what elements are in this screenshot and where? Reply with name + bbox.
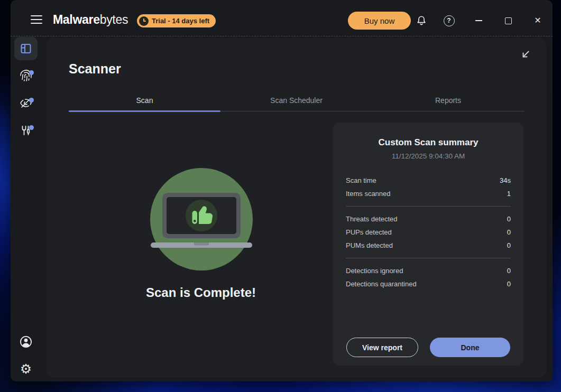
sidebar-item-settings[interactable]: ⚙ [14, 357, 38, 380]
notification-dot [29, 98, 34, 102]
titlebar-divider [11, 36, 553, 36]
tab-scan-scheduler[interactable]: Scan Scheduler [220, 90, 372, 111]
trial-badge-label: Trial - 14 days left [152, 17, 209, 25]
notifications-bell-icon[interactable] [415, 14, 428, 27]
trial-badge[interactable]: Trial - 14 days left [137, 14, 216, 27]
notification-dot [29, 70, 34, 75]
sidebar-item-dashboard[interactable] [14, 37, 38, 60]
summary-row-scan-time: Scan time 34s [346, 174, 511, 187]
summary-row-items-scanned: Items scanned 1 [346, 187, 511, 200]
view-report-button[interactable]: View report [346, 338, 418, 357]
sidebar-item-privacy[interactable] [14, 91, 38, 115]
close-button[interactable]: ✕ [530, 14, 545, 27]
scan-complete-illustration [149, 166, 254, 272]
summary-timestamp: 11/12/2025 9:04:30 AM [346, 152, 511, 160]
summary-row-detections-ignored: Detections ignored 0 [346, 264, 511, 277]
summary-row-pups-detected: PUPs detected 0 [346, 226, 511, 239]
clock-icon [139, 16, 149, 26]
summary-divider [346, 258, 511, 258]
sidebar-item-account[interactable] [14, 330, 38, 353]
tab-reports[interactable]: Reports [372, 90, 524, 111]
logo-bold-text: Malware [53, 13, 100, 26]
malwarebytes-logo: Malwarebytes [53, 13, 128, 27]
tab-bar: Scan Scan Scheduler Reports [69, 90, 524, 111]
summary-row-threats-detected: Threats detected 0 [346, 212, 511, 226]
tab-scan[interactable]: Scan [69, 90, 220, 111]
scan-summary-card: Custom Scan summary 11/12/2025 9:04:30 A… [333, 123, 523, 366]
gear-icon: ⚙ [20, 362, 32, 376]
help-icon[interactable]: ? [442, 14, 456, 27]
menu-icon[interactable] [31, 15, 42, 24]
scan-complete-message: Scan is Complete! [69, 285, 333, 300]
account-icon [19, 335, 33, 349]
collapse-arrow-icon[interactable] [519, 48, 532, 61]
summary-title: Custom Scan summary [346, 137, 511, 148]
dashboard-layout-icon [20, 42, 32, 55]
summary-rows: Scan time 34s Items scanned 1 Threats de… [346, 174, 511, 291]
maximize-button[interactable] [501, 14, 516, 27]
main-panel: Scanner Scan Scan Scheduler Reports Scan… [47, 38, 546, 377]
summary-divider [346, 206, 511, 207]
sidebar-item-detection-history[interactable] [14, 64, 38, 87]
summary-row-detections-quarantined: Detections quarantined 0 [346, 277, 511, 291]
notification-dot [29, 125, 34, 130]
sidebar-item-tools[interactable] [14, 119, 38, 142]
buy-now-button[interactable]: Buy now [348, 12, 411, 30]
page-title: Scanner [69, 61, 121, 77]
done-button[interactable]: Done [430, 338, 510, 357]
minimize-button[interactable] [471, 14, 486, 27]
logo-light-text: bytes [100, 13, 128, 26]
summary-row-pums-detected: PUMs detected 0 [346, 239, 511, 252]
